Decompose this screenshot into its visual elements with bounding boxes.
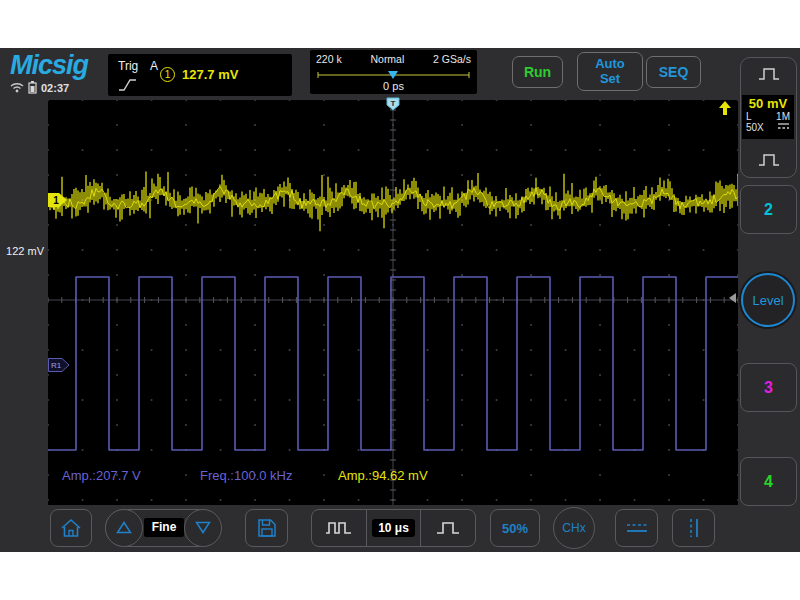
measurement-frequency-ref: Freq.:100.0 kHz <box>200 468 293 483</box>
ch1-scale-control[interactable]: 50 mV L 1M 50X <box>740 57 797 178</box>
trigger-label: Trig <box>118 59 138 73</box>
triangle-down-icon <box>194 520 212 535</box>
seq-button[interactable]: SEQ <box>646 56 701 88</box>
measurement-amplitude-ch1: Amp.:94.62 mV <box>338 468 428 483</box>
scale-up-pulse-icon[interactable] <box>757 66 781 82</box>
system-status-row: 02:37 <box>10 81 69 94</box>
level-knob-pointer-icon <box>729 293 736 303</box>
rising-edge-icon <box>118 78 138 92</box>
autoset-line2: Set <box>595 72 625 87</box>
multi-pulse-icon <box>325 520 353 536</box>
channel-2-button[interactable]: 2 <box>740 185 797 234</box>
measurement-amplitude-ref: Amp.:207.7 V <box>62 468 141 483</box>
acquisition-mode: Normal <box>370 53 404 65</box>
autoset-label: Auto Set <box>595 57 625 87</box>
home-icon <box>59 517 83 539</box>
autoset-line1: Auto <box>595 57 625 72</box>
trigger-info-panel[interactable]: Trig A 1 127.7 mV <box>108 54 292 96</box>
fine-mode-label: Fine <box>144 518 184 537</box>
trigger-channel-badge: 1 <box>160 67 175 82</box>
run-button[interactable]: Run <box>512 56 563 88</box>
timebase-zoom-in-button[interactable] <box>420 510 475 546</box>
ch1-info-box: 50 mV L 1M 50X <box>742 95 794 139</box>
trigger-time-marker[interactable]: T <box>386 97 401 112</box>
trigger-50-percent-button[interactable]: 50% <box>490 509 540 547</box>
acquisition-panel[interactable]: 220 k Normal 2 GSa/s 0 ps <box>310 50 477 94</box>
waveform-display[interactable]: 1 R1 T Amp.:207.7 V Freq.:100.0 kHz Amp.… <box>48 100 738 505</box>
bottom-toolbar: Fine 10 μs <box>0 505 800 552</box>
waveform-canvas <box>48 100 738 505</box>
channel-3-button[interactable]: 3 <box>740 363 797 412</box>
sample-rate: 2 GSa/s <box>433 53 471 65</box>
right-control-panel: 50 mV L 1M 50X 2 Level 3 4 <box>738 48 800 552</box>
timebase-control: 10 μs <box>311 509 476 547</box>
scale-down-pulse-icon[interactable] <box>757 152 781 168</box>
trigger-marker-label: T <box>391 99 396 108</box>
ref-waveform-marker[interactable]: R1 <box>48 357 72 373</box>
trigger-delay-value: 0 ps <box>310 80 477 92</box>
vertical-cursors-icon <box>685 517 703 539</box>
ch1-marker-label: 1 <box>53 195 59 206</box>
ch1-impedance: 1M <box>776 111 790 122</box>
fine-adjust-control: Fine <box>105 509 221 547</box>
timebase-value-display[interactable]: 10 μs <box>366 510 421 546</box>
ch1-position-readout: 122 mV <box>0 245 44 257</box>
channel-select-button[interactable]: CHx <box>553 507 595 549</box>
ch1-ground-marker[interactable]: 1 <box>48 191 69 209</box>
oscilloscope-app: Micsig 02:37 Trig A 1 127.7 mV <box>0 48 800 552</box>
trigger-source: A <box>150 59 158 73</box>
triangle-up-icon <box>115 520 133 535</box>
memory-depth: 220 k <box>316 53 342 65</box>
ch1-scale-value: 50 mV <box>742 96 794 111</box>
fine-decrease-button[interactable] <box>184 509 222 547</box>
top-status-bar: Micsig 02:37 Trig A 1 127.7 mV <box>0 48 800 100</box>
autoset-button[interactable]: Auto Set <box>577 52 643 91</box>
single-pulse-icon <box>435 520 461 536</box>
level-knob[interactable]: Level <box>741 273 795 327</box>
horizontal-cursors-button[interactable] <box>615 509 658 547</box>
trigger-level-offscreen-arrow-icon <box>718 101 732 116</box>
micsig-logo: Micsig <box>10 50 88 81</box>
timebase-value: 10 μs <box>372 519 415 537</box>
save-button[interactable] <box>245 509 288 547</box>
timebase-zoom-out-button[interactable] <box>312 510 366 546</box>
fine-increase-button[interactable] <box>105 509 143 547</box>
channel-4-button[interactable]: 4 <box>740 457 797 506</box>
home-button[interactable] <box>50 509 92 547</box>
horizontal-cursors-icon <box>624 520 650 536</box>
dc-coupling-icon <box>777 122 790 130</box>
wifi-icon <box>10 82 24 93</box>
trigger-position-slider[interactable] <box>316 70 471 80</box>
vertical-cursors-button[interactable] <box>672 509 715 547</box>
ref-marker-label: R1 <box>51 361 62 370</box>
clock: 02:37 <box>41 82 69 94</box>
ch1-coupling: L <box>746 111 752 122</box>
battery-icon <box>28 81 37 94</box>
save-icon <box>256 517 278 539</box>
acquisition-info-row: 220 k Normal 2 GSa/s <box>310 53 477 65</box>
ch1-attenuation: 50X <box>746 122 764 133</box>
trigger-level-value: 127.7 mV <box>182 67 238 82</box>
